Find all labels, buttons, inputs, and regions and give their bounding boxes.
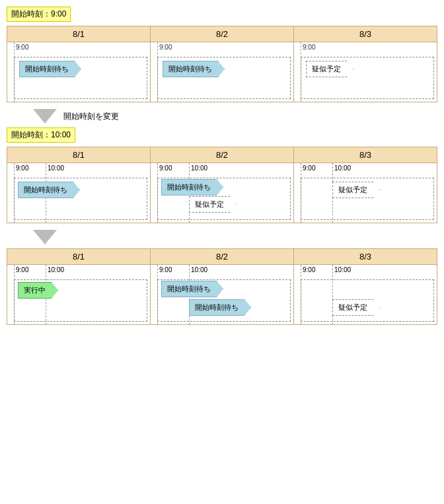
grid-table-3: 8/1 8/2 8/3 9:00 10:00 実行中 [7,248,437,325]
badge-wait-s2-81: 開始時刻待ち [18,182,80,198]
arrow-section-1: 開始時刻を変更 [33,109,437,124]
badge-running-s3-81: 実行中 [18,282,58,299]
arrow-section-2 [33,230,437,244]
badge-pseudo-s2-82: 疑似予定 [189,196,237,213]
cell-s1-81: 9:00 開始時刻待ち [7,42,151,102]
badge-wait-s2-82: 開始時刻待ち [161,179,223,196]
col-header-s3-81: 8/1 [7,249,151,265]
section-1: 開始時刻：9:00 8/1 8/2 8/3 9:00 開始時刻待ち [7,7,437,102]
arrow-down-icon-1 [33,109,57,124]
col-header-82: 8/2 [151,26,294,42]
cell-s1-83: 9:00 疑似予定 [294,42,437,102]
grid-table-2: 8/1 8/2 8/3 9:00 10:00 開始時刻待ち [7,147,437,223]
col-header-83: 8/3 [294,26,437,42]
col-header-s2-82: 8/2 [151,147,294,163]
time-label-2: 開始時刻：10:00 [7,127,75,143]
badge-pseudo-s1-83: 疑似予定 [306,61,353,77]
time-label-1: 開始時刻：9:00 [7,7,71,22]
cell-s3-83: 9:00 10:00 疑似予定 [294,265,437,325]
cell-s2-83: 9:00 10:00 疑似予定 [294,163,437,223]
badge-wait2-s3-82: 開始時刻待ち [189,299,251,316]
badge-wait-s3-82: 開始時刻待ち [161,281,223,297]
cell-s3-82: 9:00 10:00 開始時刻待ち 開始時刻待ち [151,265,294,325]
cell-s3-81: 9:00 10:00 実行中 [7,265,151,325]
cell-s2-81: 9:00 10:00 開始時刻待ち [7,163,151,223]
col-header-s3-83: 8/3 [294,249,437,265]
grid-table-1: 8/1 8/2 8/3 9:00 開始時刻待ち [7,26,437,102]
col-header-81: 8/1 [7,26,151,42]
badge-pseudo-s2-83: 疑似予定 [332,182,380,198]
col-header-s3-82: 8/2 [151,249,294,265]
arrow-label-1: 開始時刻を変更 [63,111,119,122]
badge-wait-s1-82: 開始時刻待ち [163,61,225,77]
arrow-down-icon-2 [33,230,57,244]
col-header-s2-81: 8/1 [7,147,151,163]
badge-wait-s1-81: 開始時刻待ち [19,61,81,77]
badge-pseudo-s3-83: 疑似予定 [332,299,380,316]
section-3: 8/1 8/2 8/3 9:00 10:00 実行中 [7,248,437,325]
col-header-s2-83: 8/3 [294,147,437,163]
cell-s1-82: 9:00 開始時刻待ち [151,42,294,102]
section-2: 開始時刻：10:00 8/1 8/2 8/3 9:00 10:00 開始時刻待ち [7,127,437,223]
cell-s2-82: 9:00 10:00 開始時刻待ち 疑似予定 [151,163,294,223]
